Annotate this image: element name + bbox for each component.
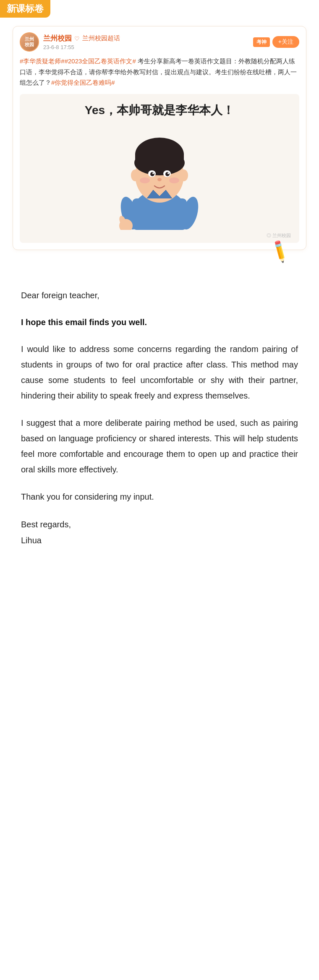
letter-greeting: Dear foreign teacher, — [21, 288, 298, 303]
avatar-logo: 兰州校园 — [25, 36, 34, 47]
svg-point-13 — [152, 172, 154, 174]
weibo-name-row: 兰州校园 ♡ 兰州校园超话 — [43, 34, 120, 43]
watermark: ◎ 兰州校园 — [28, 232, 291, 239]
weibo-header: 兰州校园 兰州校园 ♡ 兰州校园超话 23-6-8 17:55 考神 +关注 — [13, 26, 306, 52]
svg-point-12 — [165, 172, 170, 176]
svg-rect-6 — [135, 154, 184, 166]
weibo-timestamp: 23-6-8 17:55 — [43, 44, 120, 50]
svg-point-8 — [180, 169, 188, 181]
follow-button[interactable]: +关注 — [272, 36, 299, 48]
meme-text: Yes，本帅哥就是李华本人！ — [85, 102, 234, 118]
page-container: 新课标卷 兰州校园 兰州校园 ♡ 兰州校园超话 23-6-8 17:55 — [0, 0, 319, 980]
avatar: 兰州校园 — [20, 32, 39, 52]
weibo-name-area: 兰州校园 ♡ 兰州校园超话 23-6-8 17:55 — [43, 34, 120, 50]
svg-point-14 — [167, 172, 169, 174]
hashtag1: #李华质疑老师# — [20, 57, 65, 65]
svg-point-16 — [169, 177, 179, 183]
letter-paragraph-2: I suggest that a more deliberate pairing… — [21, 415, 298, 477]
weibo-image: Yes，本帅哥就是李华本人！ — [20, 94, 299, 243]
highlighter-decoration: ✏️ — [0, 258, 302, 271]
weibo-content-text: #李华质疑老师##2023全国乙卷英语作文# 考生分享新高考一卷英语作文题目：外… — [13, 52, 306, 94]
top-badge: 新课标卷 — [0, 0, 50, 18]
letter-section: Dear foreign teacher, I hope this email … — [0, 271, 319, 569]
svg-point-7 — [131, 169, 139, 181]
weibo-badge-follow: 考神 +关注 — [253, 36, 299, 48]
weibo-account-name: 兰州校园 — [43, 34, 72, 43]
letter-bold-line: I hope this email finds you well. — [21, 315, 298, 330]
letter-closing: Best regards,Lihua — [21, 516, 298, 548]
top-badge-text: 新课标卷 — [7, 3, 44, 14]
svg-point-15 — [140, 177, 150, 183]
svg-point-11 — [150, 172, 154, 176]
heart-icon: ♡ — [74, 35, 80, 42]
letter-closing-text: Best regards,Lihua — [21, 520, 71, 545]
hashtag2: #2023全国乙卷英语作文# — [65, 57, 136, 65]
weibo-super-topic: 兰州校园超话 — [82, 34, 120, 42]
meme-container: Yes，本帅哥就是李华本人！ — [20, 94, 299, 243]
weibo-user-info: 兰州校园 兰州校园 ♡ 兰州校园超话 23-6-8 17:55 — [20, 32, 120, 52]
letter-paragraph-1: I would like to address some concerns re… — [21, 341, 298, 404]
svg-rect-1 — [132, 198, 187, 230]
letter-paragraph-3: Thank you for considering my input. — [21, 489, 298, 505]
kaoshen-badge: 考神 — [253, 37, 270, 47]
svg-point-17 — [157, 178, 162, 181]
avatar-inner: 兰州校园 — [21, 33, 38, 51]
lihua-illustration — [118, 125, 201, 230]
weibo-post-text: #李华质疑老师##2023全国乙卷英语作文# 考生分享新高考一卷英语作文题目：外… — [20, 57, 297, 86]
weibo-card: 兰州校园 兰州校园 ♡ 兰州校园超话 23-6-8 17:55 考神 +关注 — [13, 26, 306, 250]
hashtag3: #你觉得全国乙卷难吗# — [51, 79, 115, 86]
